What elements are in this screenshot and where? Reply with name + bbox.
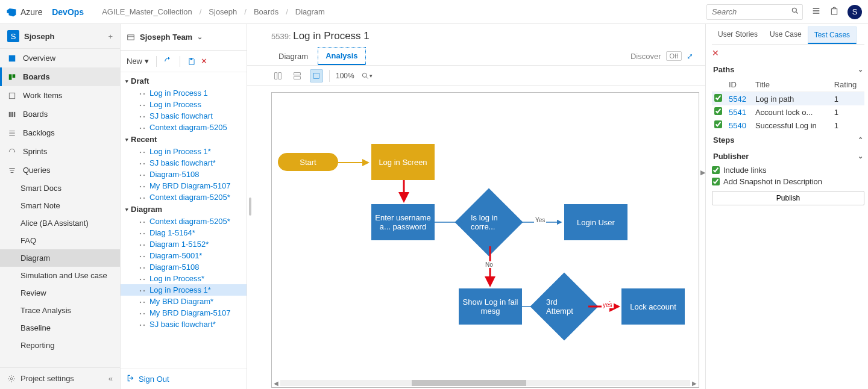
include-links-checkbox[interactable]: Include links [712,164,864,176]
zoom-icon[interactable]: ▾ [360,69,374,82]
tree-leaf[interactable]: ⬩⬩SJ basic flowchart* [121,157,247,169]
crumb-project[interactable]: Sjoseph [209,7,237,16]
nav-faq[interactable]: FAQ [0,232,120,249]
scroll-left-icon[interactable]: ◀ [272,380,280,387]
row-checkbox[interactable] [714,120,722,128]
node-login-screen[interactable]: Log in Screen [371,144,435,180]
tab-test-cases[interactable]: Test Cases [808,26,857,44]
nav-reporting[interactable]: Reporting [0,337,120,354]
tree-leaf[interactable]: ⬩⬩Context diagram-5205 [121,122,247,133]
tree-leaf[interactable]: ⬩⬩Log in Process* [121,273,247,284]
nav-simulation[interactable]: Simulation and Use case [0,267,120,284]
sign-out-link[interactable]: Sign Out [121,369,247,389]
scroll-thumb[interactable] [412,380,526,386]
tree-group-diagram[interactable]: ▾Diagram [121,203,247,216]
tree-leaf[interactable]: ⬩⬩Context diagram-5205* [121,216,247,227]
row-checkbox[interactable] [714,107,722,115]
chevron-down-icon[interactable]: ⌄ [197,33,203,41]
project-settings-link[interactable]: Project settings [20,374,74,383]
search-icon[interactable] [791,7,799,17]
splitter-handle[interactable] [247,24,253,389]
tree-leaf[interactable]: ⬩⬩SJ basic flowchart [121,110,247,122]
tree-group-draft[interactable]: ▾Draft [121,75,247,87]
tree-leaf[interactable]: ⬩⬩Diagram 1-5152* [121,238,247,250]
new-button[interactable]: New ▾ [127,57,149,66]
node-login-user[interactable]: Login User [564,204,627,240]
crumb-boards[interactable]: Boards [254,7,278,16]
canvas-hscroll[interactable]: ◀ ▶ [272,379,699,387]
nav-overview[interactable]: Overview [0,49,120,67]
nav-queries[interactable]: Queries [0,161,120,179]
publish-button[interactable]: Publish [712,191,864,205]
brand[interactable]: Azure DevOps [6,7,84,17]
tree-group-recent[interactable]: ▾Recent [121,133,247,146]
tree-leaf[interactable]: ⬩⬩Diag 1-5164* [121,227,247,238]
nav-sprints[interactable]: Sprints [0,142,120,161]
tree-leaf[interactable]: ⬩⬩SJ basic flowchart* [121,319,247,330]
nav-review[interactable]: Review [0,284,120,302]
table-row[interactable]: 5541Account lock o...1 [712,105,864,119]
nav-backlogs[interactable]: Backlogs [0,123,120,142]
nav-boards-sub[interactable]: Boards [0,105,120,123]
project-row[interactable]: S Sjoseph + [0,24,120,49]
team-header[interactable]: Sjoseph Team ⌄ [121,24,247,51]
crumb-diagram[interactable]: Diagram [295,7,325,16]
row-id[interactable]: 5540 [729,121,746,130]
tree-leaf[interactable]: ⬩⬩Log in Process 1 [121,87,247,99]
add-project-icon[interactable]: + [108,32,113,41]
expand-right-icon[interactable]: ▶ [700,169,705,176]
section-publisher[interactable]: Publisher⌄ [712,148,864,164]
nav-smart-docs[interactable]: Smart Docs [0,179,120,197]
node-start[interactable]: Start [278,153,338,171]
table-row[interactable]: 5540Successful Log in1 [712,119,864,132]
tab-diagram[interactable]: Diagram [271,48,315,64]
fullscreen-icon[interactable]: ⤢ [687,52,693,61]
discover-toggle[interactable]: Off [666,51,682,61]
tree-leaf[interactable]: ⬩⬩My BRD Diagram-5107 [121,307,247,319]
tree-leaf[interactable]: ⬩⬩Diagram-5108 [121,261,247,273]
node-third-attempt[interactable]: 3rd Attempt [540,282,588,331]
layout-2-icon[interactable] [291,69,304,82]
tree-leaf[interactable]: ⬩⬩Context diagram-5205* [121,191,247,203]
tree-leaf[interactable]: ⬩⬩My BRD Diagram* [121,296,247,307]
layout-1-icon[interactable] [271,69,285,82]
close-right-pane-icon[interactable]: ✕ [712,45,864,61]
layout-3-icon[interactable] [310,69,323,82]
delete-icon[interactable]: ✕ [201,57,207,66]
section-paths[interactable]: Paths⌄ [712,61,864,78]
tree-leaf[interactable]: ⬩⬩Log in Process [121,99,247,110]
tree-leaf[interactable]: ⬩⬩Log in Process 1* [121,284,247,296]
nav-work-items[interactable]: Work Items [0,86,120,105]
row-id[interactable]: 5541 [729,108,746,117]
nav-baseline[interactable]: Baseline [0,319,120,337]
node-show-fail[interactable]: Show Log in fail mesg [459,288,522,325]
canvas-frame[interactable]: Start Log in Screen Enter username a... … [271,92,699,388]
tree-leaf[interactable]: ⬩⬩Diagram-5001* [121,250,247,261]
settings-list-icon[interactable] [811,6,821,17]
refresh-icon[interactable] [164,57,172,66]
node-lock-account[interactable]: Lock account [621,288,685,325]
table-row[interactable]: 5542Log in path1 [712,92,864,106]
shopping-bag-icon[interactable] [829,6,839,17]
tree-leaf[interactable]: ⬩⬩Log in Process 1* [121,146,247,157]
scroll-right-icon[interactable]: ▶ [690,380,699,387]
nav-smart-note[interactable]: Smart Note [0,197,120,214]
tab-user-stories[interactable]: User Stories [712,26,764,44]
nav-diagram[interactable]: Diagram [0,249,120,267]
tab-analysis[interactable]: Analysis [318,47,365,65]
row-id[interactable]: 5542 [729,95,746,104]
section-steps[interactable]: Steps⌃ [712,132,864,148]
tree-leaf[interactable]: ⬩⬩My BRD Diagram-5107 [121,180,247,191]
node-is-login-correct[interactable]: Is log in corre... [465,198,513,246]
row-checkbox[interactable] [714,94,722,102]
snapshot-checkbox[interactable]: Add Snapshot in Description [712,176,864,187]
nav-trace[interactable]: Trace Analysis [0,302,120,319]
tab-use-case[interactable]: Use Case [764,26,808,44]
search-input[interactable] [706,4,803,20]
node-enter-credentials[interactable]: Enter username a... password [371,204,435,240]
save-icon[interactable] [187,57,196,66]
collapse-nav-icon[interactable]: « [108,374,113,383]
crumb-collection[interactable]: AGILE_Master_Collection [102,7,192,16]
avatar[interactable]: S [848,5,862,19]
nav-alice[interactable]: Alice (BA Assistant) [0,214,120,232]
